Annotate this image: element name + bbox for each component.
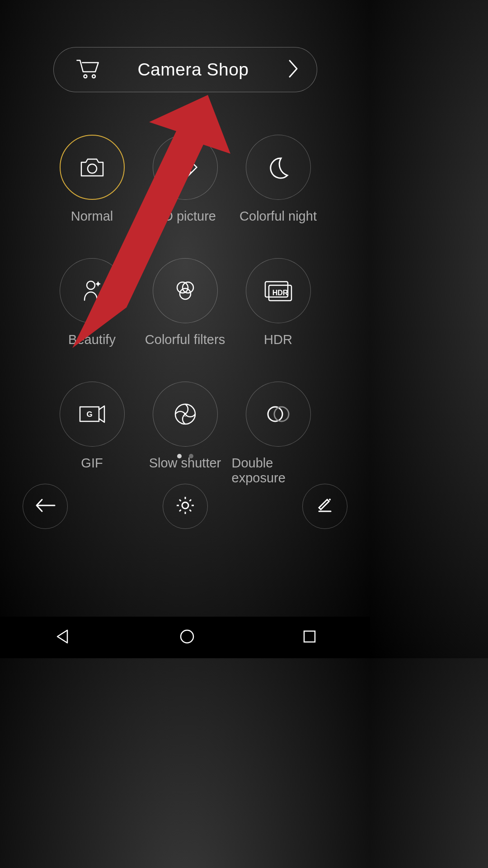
android-nav-bar	[0, 617, 370, 658]
settings-button[interactable]	[163, 484, 208, 529]
mode-slow-shutter[interactable]: S Slow shutter	[139, 382, 232, 486]
mode-hd-picture[interactable]: HD picture	[139, 135, 232, 224]
page-indicator	[177, 454, 193, 458]
page-dot-2	[189, 454, 193, 458]
svg-point-1	[92, 75, 95, 78]
mode-label: Colorful night	[239, 209, 317, 224]
mode-label: GIF	[81, 456, 103, 471]
shutter-icon: S	[174, 402, 197, 426]
nav-recent-button[interactable]	[302, 629, 317, 646]
nav-back-button[interactable]	[54, 627, 72, 647]
svg-text:G: G	[86, 410, 92, 419]
cart-icon	[75, 57, 100, 82]
mode-label: HDR	[264, 332, 292, 347]
svg-point-10	[180, 288, 191, 299]
svg-point-18	[274, 407, 289, 421]
svg-text:HDR: HDR	[272, 289, 288, 297]
mode-colorful-filters[interactable]: Colorful filters	[139, 258, 232, 347]
camera-shop-button[interactable]: Camera Shop	[53, 47, 317, 92]
pencil-icon	[315, 496, 334, 517]
mode-normal[interactable]: Normal	[46, 135, 139, 224]
mode-label: Beautify	[68, 332, 116, 347]
svg-rect-5	[174, 162, 184, 173]
camera-icon	[80, 157, 105, 178]
bottom-actions	[23, 484, 347, 529]
svg-point-7	[87, 281, 95, 289]
mode-grid: Normal HD picture Colorful night Beautif…	[0, 135, 370, 486]
mode-label: Colorful filters	[145, 332, 225, 347]
mode-gif[interactable]: G GIF	[46, 382, 139, 486]
beautify-icon	[81, 278, 103, 303]
edit-button[interactable]	[302, 484, 347, 529]
svg-point-19	[182, 502, 188, 509]
mode-label: Double exposure	[232, 456, 325, 486]
mode-colorful-night[interactable]: Colorful night	[232, 135, 325, 224]
svg-point-17	[268, 407, 282, 421]
svg-rect-4	[186, 162, 197, 173]
page-dot-1	[177, 454, 182, 458]
gear-icon	[175, 495, 195, 517]
mode-double-exposure[interactable]: Double exposure	[232, 382, 325, 486]
moon-icon	[267, 156, 290, 179]
back-button[interactable]	[23, 484, 68, 529]
filters-icon	[173, 279, 198, 302]
mode-hdr[interactable]: HDR HDR	[232, 258, 325, 347]
hdr-icon: HDR	[263, 280, 293, 302]
svg-rect-3	[179, 156, 190, 167]
mode-label: HD picture	[154, 209, 216, 224]
svg-point-2	[88, 164, 97, 173]
svg-point-22	[181, 630, 193, 643]
chevron-right-icon	[287, 59, 300, 80]
double-exposure-icon	[265, 405, 291, 423]
grid-diamond-icon	[173, 155, 198, 180]
nav-home-button[interactable]	[179, 628, 195, 646]
camera-shop-label: Camera Shop	[100, 60, 287, 80]
mode-beautify[interactable]: Beautify	[46, 258, 139, 347]
svg-text:S: S	[183, 412, 187, 417]
svg-point-0	[84, 75, 87, 78]
svg-rect-23	[304, 631, 315, 642]
gif-icon: G	[78, 404, 106, 424]
svg-rect-6	[179, 168, 190, 179]
svg-point-20	[329, 499, 331, 500]
mode-label: Normal	[71, 209, 113, 224]
arrow-left-icon	[34, 498, 56, 515]
